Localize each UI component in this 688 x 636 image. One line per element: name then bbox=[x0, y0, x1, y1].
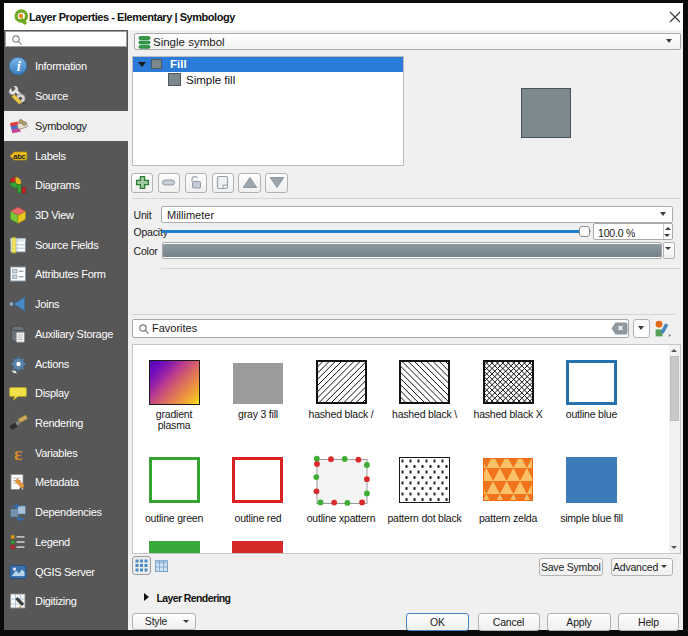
svg-text:ε: ε bbox=[14, 443, 22, 463]
svg-text:i: i bbox=[17, 58, 21, 74]
svg-text:abc: abc bbox=[13, 152, 25, 161]
